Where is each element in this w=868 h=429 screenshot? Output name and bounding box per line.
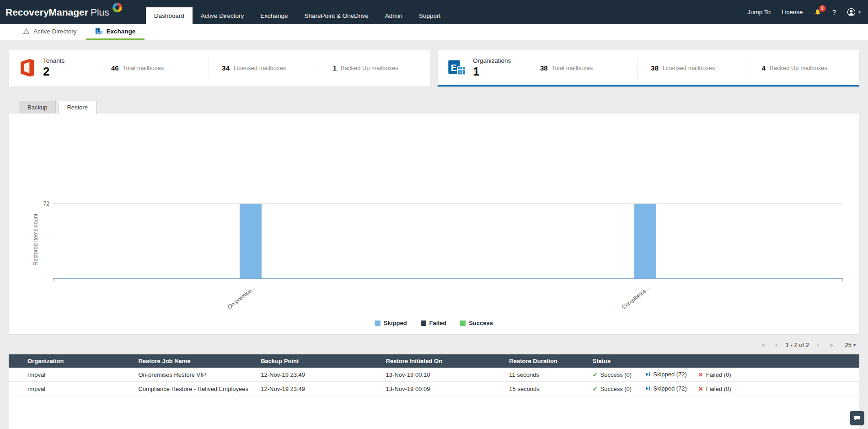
cell-initiated-on: 13-Nov-19 00:10 (381, 368, 505, 382)
status-failed: ✕ Failed (0) (698, 386, 731, 392)
topbar-actions: Jump To License 2 ? ▾ (747, 0, 861, 24)
skip-icon (645, 372, 650, 377)
nav-sharepoint-onedrive[interactable]: SharePoint & OneDrive (296, 7, 376, 24)
first-page-button[interactable]: « (760, 340, 767, 349)
content: Tenants 2 46 Total mailboxes 34 Licensed… (0, 40, 868, 429)
plot-area: 72 On-premise... Compliance... (53, 128, 842, 279)
card-count: 1 (473, 65, 511, 78)
subnav-label: Active Directory (33, 28, 77, 35)
status-success: ✓ Success (0) (593, 371, 644, 378)
cell-backup-point: 12-Nov-19 23:49 (256, 382, 381, 396)
brand-name: RecoveryManager (5, 7, 88, 18)
card-head: Tenants 2 (9, 57, 98, 78)
stat-licensed-mailboxes: 38 Licensed mailboxes (638, 57, 748, 78)
col-restore-job-name[interactable]: Restore Job Name (134, 354, 256, 368)
table-header-row: Organization Restore Job Name Backup Poi… (9, 354, 859, 368)
jump-to-link[interactable]: Jump To (747, 9, 771, 16)
office365-icon (18, 58, 37, 77)
cell-duration: 15 seconds (504, 382, 588, 396)
axis-tick (448, 278, 448, 281)
stat-backedup-mailboxes: 4 Backed Up mailboxes (749, 57, 859, 78)
nav-support[interactable]: Support (411, 7, 449, 24)
card-title: Organizations (473, 57, 511, 64)
status-skipped: Skipped (72) (645, 371, 697, 378)
restore-panel: Backup Restore Restored items count 72 O… (9, 100, 859, 334)
col-status[interactable]: Status (588, 354, 859, 368)
page-size-select[interactable]: 25 ▾ (845, 342, 856, 348)
cell-organization: rmpval (9, 368, 134, 382)
chevron-down-icon: ▾ (858, 10, 861, 15)
cell-job-name: On-premises Restore VIP (134, 368, 256, 382)
tenants-card[interactable]: Tenants 2 46 Total mailboxes 34 Licensed… (9, 50, 430, 87)
cross-icon: ✕ (698, 386, 703, 392)
cell-job-name: Compliance Restore - Relived Employees (134, 382, 256, 396)
stat-backedup-mailboxes: 1 Backed Up mailboxes (320, 57, 430, 78)
license-link[interactable]: License (782, 9, 803, 16)
organizations-card[interactable]: E Organizations 1 38 Total mailboxes (438, 50, 859, 87)
skip-icon (645, 386, 650, 391)
card-count: 2 (43, 65, 64, 78)
col-restore-duration[interactable]: Restore Duration (504, 354, 588, 368)
status-skipped: Skipped (72) (645, 385, 697, 392)
cell-duration: 11 seconds (504, 368, 588, 382)
help-icon[interactable]: ? (832, 8, 836, 16)
card-head: E Organizations 1 (438, 57, 527, 78)
svg-text:E: E (451, 63, 457, 73)
card-title: Tenants (43, 57, 64, 64)
summary-cards: Tenants 2 46 Total mailboxes 34 Licensed… (9, 50, 859, 87)
stat-total-mailboxes: 46 Total mailboxes (98, 57, 209, 78)
nav-exchange[interactable]: Exchange (252, 7, 296, 24)
subnav-exchange[interactable]: E Exchange (86, 24, 145, 40)
card-title-box: Tenants 2 (43, 57, 64, 78)
bar-on-premise-skipped[interactable] (240, 204, 262, 278)
col-restore-initiated-on[interactable]: Restore Initiated On (381, 354, 505, 368)
col-backup-point[interactable]: Backup Point (256, 354, 381, 368)
restore-jobs-table: Organization Restore Job Name Backup Poi… (9, 354, 859, 429)
table-row[interactable]: rmpval On-premises Restore VIP 12-Nov-19… (9, 368, 859, 382)
subnav-label: Exchange (107, 28, 136, 35)
cell-initiated-on: 13-Nov-19 00:09 (381, 382, 505, 396)
user-avatar-icon (847, 8, 856, 16)
prev-page-button[interactable]: ‹ (773, 340, 779, 349)
app-logo[interactable]: RecoveryManager Plus (5, 0, 126, 24)
nav-active-directory[interactable]: Active Directory (193, 7, 252, 24)
next-page-button[interactable]: › (815, 340, 821, 349)
chat-feedback-button[interactable] (850, 411, 864, 425)
x-category-label: Compliance... (589, 285, 651, 335)
nav-admin[interactable]: Admin (377, 7, 411, 24)
chat-bubble-icon (853, 414, 861, 422)
legend-skipped[interactable]: Skipped (375, 320, 407, 326)
bar-compliance-skipped[interactable] (634, 204, 656, 278)
check-icon: ✓ (593, 371, 598, 378)
primary-nav: Dashboard Active Directory Exchange Shar… (146, 0, 449, 24)
panel-tabs: Backup Restore (9, 100, 859, 114)
cell-organization: rmpval (9, 382, 134, 396)
tab-backup[interactable]: Backup (19, 101, 56, 114)
exchange-icon: E (95, 27, 103, 35)
tab-restore[interactable]: Restore (58, 101, 96, 114)
cell-status: ✓ Success (0) Skipped (7 (588, 382, 859, 396)
col-organization[interactable]: Organization (9, 354, 134, 368)
notifications-bell-icon[interactable]: 2 (814, 9, 821, 16)
legend-swatch-success (460, 320, 466, 326)
status-failed: ✕ Failed (0) (698, 371, 731, 378)
axis-tick (842, 278, 843, 281)
chart-gridline (53, 203, 842, 204)
last-page-button[interactable]: » (828, 340, 835, 349)
user-menu[interactable]: ▾ (847, 8, 861, 16)
nav-dashboard[interactable]: Dashboard (146, 7, 193, 24)
card-title-box: Organizations 1 (473, 57, 511, 78)
subnav-active-directory[interactable]: Active Directory (14, 24, 86, 40)
chevron-down-icon: ▾ (853, 342, 856, 348)
exchange-logo-icon: E (447, 58, 467, 78)
brand-suffix: Plus (91, 7, 109, 18)
chart-legend: Skipped Failed Success (9, 320, 859, 326)
legend-swatch-skipped (375, 320, 380, 326)
legend-success[interactable]: Success (460, 320, 493, 326)
legend-failed[interactable]: Failed (421, 320, 447, 326)
table-row[interactable]: rmpval Compliance Restore - Relived Empl… (9, 382, 859, 396)
module-subnav: Active Directory E Exchange (0, 24, 868, 40)
notification-badge: 2 (819, 5, 826, 12)
cell-backup-point: 12-Nov-19 23:49 (256, 368, 381, 382)
table-pagination: « ‹ 1 - 2 of 2 › » 25 ▾ (9, 338, 859, 351)
